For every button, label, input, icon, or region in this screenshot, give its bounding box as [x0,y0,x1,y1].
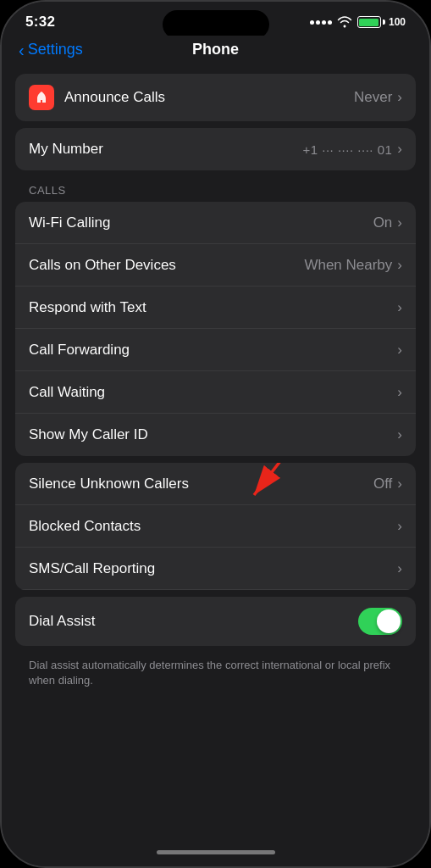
announce-calls-value: Never [354,89,392,106]
calls-other-devices-label: Calls on Other Devices [29,257,176,274]
sms-call-reporting-row[interactable]: SMS/Call Reporting › [15,548,416,590]
my-number-label: My Number [29,141,103,158]
wifi-icon [337,16,352,28]
wifi-calling-label: Wi-Fi Calling [29,214,110,231]
respond-with-text-chevron-icon: › [397,299,402,316]
announce-calls-group: Announce Calls Never › [15,74,416,121]
silence-unknown-callers-label: Silence Unknown Callers [29,476,189,492]
respond-with-text-row[interactable]: Respond with Text › [15,287,416,329]
show-caller-id-label: Show My Caller ID [29,426,148,443]
wifi-calling-row[interactable]: Wi-Fi Calling On › [15,202,416,244]
my-number-value: +1 ··· ···· ···· 01 [303,142,393,157]
sms-call-reporting-label: SMS/Call Reporting [29,560,155,577]
calls-group: Wi-Fi Calling On › Calls on Other Device… [15,202,416,456]
dial-assist-toggle[interactable] [358,608,402,635]
my-number-chevron-icon: › [397,141,402,158]
calls-other-devices-value: When Nearby [304,257,392,274]
home-bar [157,850,275,854]
status-time: 5:32 [25,14,55,31]
call-forwarding-label: Call Forwarding [29,342,130,359]
signal-icon [310,20,332,25]
call-waiting-chevron-icon: › [397,384,402,401]
silence-unknown-callers-value: Off [373,476,392,492]
blocked-contacts-label: Blocked Contacts [29,518,141,535]
announce-calls-icon [29,85,54,110]
nav-bar: ‹ Settings Phone [2,36,429,67]
silence-unknown-callers-row[interactable]: Silence Unknown Callers Off › [15,463,416,505]
show-caller-id-chevron-icon: › [397,426,402,443]
calls-other-devices-chevron-icon: › [397,257,402,274]
back-button[interactable]: ‹ Settings [19,41,83,58]
battery-level: 100 [389,16,406,28]
dial-assist-row[interactable]: Dial Assist [15,597,416,646]
announce-calls-label: Announce Calls [64,89,165,106]
silence-unknown-callers-chevron-icon: › [397,476,402,492]
announce-calls-chevron-icon: › [397,89,402,106]
back-label: Settings [28,41,83,58]
sms-call-reporting-chevron-icon: › [397,560,402,577]
call-waiting-label: Call Waiting [29,384,105,401]
status-icons: 100 [310,16,406,28]
announce-calls-row[interactable]: Announce Calls Never › [15,74,416,121]
page-title: Phone [192,41,239,58]
wifi-calling-value: On [373,214,393,231]
back-chevron-icon: ‹ [19,42,25,58]
dial-assist-label: Dial Assist [29,613,95,630]
dynamic-island [163,10,269,39]
toggle-knob [377,609,401,633]
blocked-contacts-row[interactable]: Blocked Contacts › [15,505,416,548]
call-waiting-row[interactable]: Call Waiting › [15,371,416,414]
silence-group: Silence Unknown Callers Off › Blocked Co… [15,463,416,590]
scroll-content: Announce Calls Never › My Number +1 ··· … [2,67,429,837]
calls-other-devices-row[interactable]: Calls on Other Devices When Nearby › [15,244,416,287]
home-indicator [2,837,429,866]
wifi-calling-chevron-icon: › [397,214,402,231]
my-number-row[interactable]: My Number +1 ··· ···· ···· 01 › [15,128,416,170]
blocked-contacts-chevron-icon: › [397,518,402,535]
call-forwarding-chevron-icon: › [397,342,402,359]
calls-section-label: CALLS [15,177,416,202]
battery-icon: 100 [357,16,406,28]
dial-assist-group: Dial Assist [15,597,416,646]
call-forwarding-row[interactable]: Call Forwarding › [15,329,416,371]
status-bar: 5:32 100 [2,2,429,36]
dial-assist-description: Dial assist automatically determines the… [15,653,416,702]
respond-with-text-label: Respond with Text [29,299,146,316]
show-caller-id-row[interactable]: Show My Caller ID › [15,414,416,456]
phone-frame: 5:32 100 [0,0,431,868]
my-number-group: My Number +1 ··· ···· ···· 01 › [15,128,416,170]
